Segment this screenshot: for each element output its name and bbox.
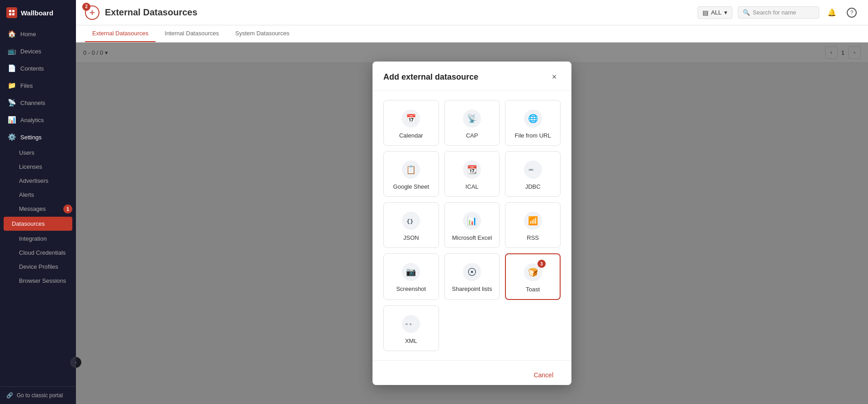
sidebar: Wallboard 🏠 Home 📺 Devices 📄 Contents 📁 … [0,0,76,404]
chevron-down-icon: ▾ [724,9,727,16]
modal-footer: Cancel [373,360,571,385]
ds-icon-google-sheet: 📋 [402,161,420,179]
header-right: ▤ ALL ▾ 🔍 Search for name 🔔 ? [698,5,859,20]
sidebar-item-analytics[interactable]: 📊 Analytics [0,111,76,128]
tab-internal-datasources[interactable]: Internal Datasources [157,25,226,42]
ds-label-sharepoint-lists: Sharepoint lists [452,285,492,292]
ds-label-file-from-url: File from URL [515,132,551,139]
modal-close-button[interactable]: × [548,71,561,83]
modal-header: Add external datasource × [373,62,571,91]
datasource-item-calendar[interactable]: 📅 Calendar [383,100,439,146]
channels-icon: 📡 [8,99,16,107]
ds-icon-screenshot: 📷 [402,263,420,281]
ds-icon-calendar: 📅 [402,109,420,128]
sidebar-item-contents[interactable]: 📄 Contents [0,60,76,77]
tabs: External Datasources Internal Datasource… [76,25,868,43]
datasource-item-json[interactable]: {} JSON [383,202,439,248]
datasource-item-xml[interactable]: < > XML [383,305,439,351]
main-content: 2 + External Datasources ▤ ALL ▾ 🔍 Searc… [76,0,868,404]
datasource-item-microsoft-excel[interactable]: 📊 Microsoft Excel [444,202,500,248]
step2-badge: 2 [82,3,90,11]
portal-icon: 🔗 [6,392,13,399]
datasource-item-sharepoint-lists[interactable]: Sharepoint lists [444,253,500,300]
sidebar-item-advertisers[interactable]: Advertisers [0,174,76,188]
ds-label-cap: CAP [466,132,478,139]
datasource-item-ical[interactable]: 📆 ICAL [444,151,500,197]
files-icon: 📁 [8,81,16,90]
ds-label-json: JSON [403,234,419,241]
ds-icon-json: {} [402,212,420,230]
sidebar-item-settings[interactable]: ⚙️ Settings [0,128,76,146]
content-area: 0 - 0 / 0 ▾ ‹ 1 › Add external datasourc… [76,43,868,404]
step1-badge: 1 [63,204,72,214]
datasource-item-file-from-url[interactable]: 🌐 File from URL [505,100,561,146]
ds-label-google-sheet: Google Sheet [393,183,429,190]
sidebar-settings-label: Settings [20,134,42,141]
add-datasource-modal: Add external datasource × 📅 Calendar 📡 C… [373,62,571,385]
home-icon: 🏠 [8,30,16,38]
sidebar-item-messages[interactable]: Messages 1 [0,202,76,216]
sidebar-item-channels[interactable]: 📡 Channels [0,94,76,111]
datasource-grid: 📅 Calendar 📡 CAP 🌐 File from URL 📋 Googl… [383,100,561,351]
help-button[interactable]: ? [844,5,859,20]
ds-label-microsoft-excel: Microsoft Excel [452,234,492,241]
notification-icon: 🔔 [827,8,836,17]
sidebar-channels-label: Channels [20,100,45,106]
ds-icon-file-from-url: 🌐 [524,109,542,128]
search-icon: 🔍 [743,9,750,16]
datasource-item-jdbc[interactable]: JDBC JDBC [505,151,561,197]
ds-label-toast: Toast [526,286,540,293]
sidebar-item-browser-sessions[interactable]: Browser Sessions [0,274,76,288]
svg-text:{}: {} [406,218,414,225]
ds-icon-jdbc: JDBC [524,161,542,179]
help-icon: ? [847,8,857,18]
page-title: External Datasources [105,7,692,18]
filter-icon: ▤ [703,9,708,16]
sidebar-item-files[interactable]: 📁 Files [0,77,76,94]
ds-label-xml: XML [405,337,417,344]
ds-label-screenshot: Screenshot [396,285,426,292]
sidebar-nav: 🏠 Home 📺 Devices 📄 Contents 📁 Files 📡 Ch… [0,25,76,386]
sidebar-item-licenses[interactable]: Licenses [0,160,76,174]
app-name: Wallboard [21,9,53,17]
filter-value: ALL [711,9,722,16]
add-btn-container: 2 + [85,5,99,20]
search-placeholder: Search for name [753,9,796,16]
sidebar-item-cloud-credentials[interactable]: Cloud Credentials [0,246,76,260]
filter-dropdown[interactable]: ▤ ALL ▾ [698,6,732,19]
search-box[interactable]: 🔍 Search for name [738,6,819,19]
svg-rect-0 [9,10,11,12]
cancel-button[interactable]: Cancel [526,368,561,382]
sidebar-item-device-profiles[interactable]: Device Profiles [0,260,76,274]
tab-external-datasources[interactable]: External Datasources [85,25,156,42]
svg-text:JDBC: JDBC [528,169,533,171]
go-to-classic-portal[interactable]: 🔗 Go to classic portal [0,386,76,404]
step3-badge: 3 [538,260,546,268]
sidebar-devices-label: Devices [20,48,41,55]
svg-rect-3 [12,13,14,15]
ds-icon-microsoft-excel: 📊 [463,212,481,230]
settings-icon: ⚙️ [8,133,16,141]
sidebar-item-devices[interactable]: 📺 Devices [0,43,76,60]
sidebar-item-datasources[interactable]: Datasources [4,217,72,231]
datasource-item-rss[interactable]: 📶 RSS [505,202,561,248]
svg-text:< >: < > [406,322,412,326]
ds-icon-ical: 📆 [463,161,481,179]
modal-overlay: Add external datasource × 📅 Calendar 📡 C… [76,43,868,404]
ds-icon-xml: < > [402,315,420,333]
sidebar-home-label: Home [20,31,36,38]
datasource-item-screenshot[interactable]: 📷 Screenshot [383,253,439,300]
sidebar-item-users[interactable]: Users [0,146,76,160]
ds-label-calendar: Calendar [399,132,423,139]
sidebar-item-home[interactable]: 🏠 Home [0,25,76,43]
ds-label-jdbc: JDBC [525,183,541,190]
sidebar-item-integration[interactable]: Integration [0,232,76,246]
tab-system-datasources[interactable]: System Datasources [228,25,297,42]
ds-icon-rss: 📶 [524,212,542,230]
sidebar-item-alerts[interactable]: Alerts [0,188,76,202]
notification-button[interactable]: 🔔 [825,5,839,20]
modal-title: Add external datasource [383,72,478,82]
datasource-item-toast[interactable]: 🍞 3 Toast [505,253,561,300]
datasource-item-cap[interactable]: 📡 CAP [444,100,500,146]
datasource-item-google-sheet[interactable]: 📋 Google Sheet [383,151,439,197]
